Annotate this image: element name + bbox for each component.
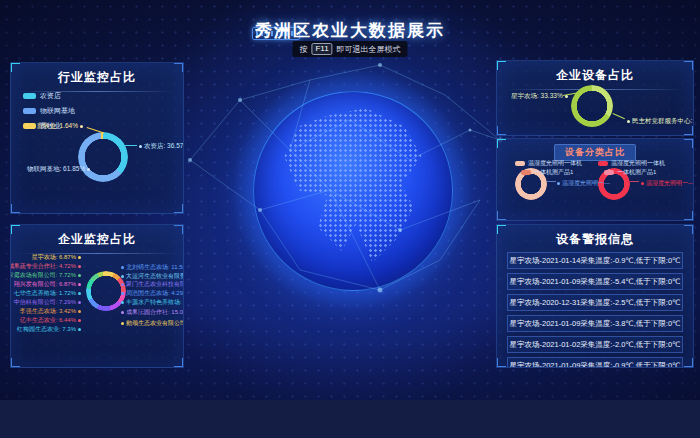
- panel-equipment-ratio: 企业设备占比 星宇农场: 33.33% 民主村党群服务中心:: [496, 60, 694, 136]
- panel-device-alarms: 设备警报信息 星宇农场-2021-01-14采集温度:-0.9℃,低于下限:0℃…: [496, 224, 694, 368]
- legend-swatch: [515, 161, 525, 166]
- chart-label: 李强生态农场: 3.42%: [20, 307, 83, 316]
- chart-label: 温湿度光照明一—: [639, 179, 694, 188]
- page-title: 秀洲区农业大数据展示: [0, 19, 700, 42]
- panel-title: 企业设备占比: [497, 61, 693, 84]
- legend-item[interactable]: 温湿度光照明一体机: [515, 159, 582, 168]
- globe-continents: [273, 103, 433, 271]
- panel-title: 企业监控占比: [11, 225, 183, 248]
- alarm-row: 星宇农场-2021-01-09采集温度:-0.9℃,低于下限:0℃: [507, 357, 683, 368]
- chart-label: 亿丰生态农业: 6.44%: [20, 316, 83, 325]
- chart-label: 星宇农场: 33.33%: [511, 92, 570, 101]
- legend-swatch: [521, 170, 531, 175]
- legend-swatch: [604, 170, 614, 175]
- alarm-row: 星宇农场-2021-01-02采集温度:-2.0℃,低于下限:0℃: [507, 336, 683, 353]
- legend-swatch: [23, 123, 36, 129]
- footer-strip: [0, 400, 700, 438]
- chart-label: 聚门生态农业科技有限公: [119, 280, 184, 289]
- legend-item[interactable]: 温湿度光照明一体机: [598, 159, 665, 168]
- fullscreen-tip: 按 F11 即可退出全屏模式: [292, 41, 407, 57]
- industry-donut-chart[interactable]: [78, 132, 128, 182]
- legend-item[interactable]: 一体机测产品1: [604, 168, 656, 177]
- globe-sphere: [253, 91, 453, 291]
- panel-device-classification: 设备分类占比 温湿度光照明一体机 一体机测产品1 温湿度光照明一— 温湿度光照明…: [496, 138, 694, 221]
- chart-label: 民主村党群服务中心:: [625, 117, 692, 126]
- fullscreen-tip-suffix: 即可退出全屏模式: [337, 44, 401, 55]
- f11-keycap: F11: [311, 43, 332, 55]
- network-lines-decoration: [180, 40, 520, 340]
- legend-swatch: [598, 161, 608, 166]
- chart-label: 家庭农场有限公司: 7.72%: [10, 271, 83, 280]
- panel-industry-monitor: 行业监控占比 农资店 物联网基地 畜牧业 畜牧业: 1.64% 农资店: 36.…: [10, 62, 184, 214]
- chart-label: 物联网基地: 61.85%: [27, 165, 92, 174]
- legend-swatch: [23, 108, 36, 114]
- chart-label: 么城果蔬专业合作社: 4.72%: [10, 262, 83, 271]
- equipment-donut-chart[interactable]: [571, 85, 613, 127]
- chart-label: 温湿度光照明一—: [555, 179, 610, 188]
- panel-enterprise-monitor: 企业监控占比 星宇农场: 6.87% 么城果蔬专业合作社: 4.72% 家庭农场…: [10, 224, 184, 368]
- legend-item[interactable]: 一体机测产品1: [521, 168, 573, 177]
- panel-title: 设备警报信息: [497, 225, 693, 248]
- alarm-row: 星宇农场-2021-01-14采集温度:-0.9℃,低于下限:0℃: [507, 252, 683, 269]
- chart-label: 畜牧业: 1.64%: [36, 122, 85, 131]
- chart-label: 周浩国生态农场: 4.29: [119, 289, 183, 298]
- chart-label: 鹅颂生态农业有限公司: 6.87: [119, 319, 184, 328]
- legend-swatch: [23, 93, 36, 99]
- alarm-row: 星宇农场-2020-12-31采集温度:-2.5℃,低于下限:0℃: [507, 294, 683, 311]
- chart-label: 中信科有限公司: 7.29%: [14, 298, 83, 307]
- legend-item[interactable]: 物联网基地: [23, 106, 75, 116]
- chart-label: 七华生态养殖场: 1.72%: [14, 289, 83, 298]
- panel-title: 行业监控占比: [11, 63, 183, 86]
- legend-item[interactable]: 农资店: [23, 91, 75, 101]
- alarm-row: 星宇农场-2021-01-09采集温度:-3.8℃,低于下限:0℃: [507, 315, 683, 332]
- chart-label: 北刘锦生态农场: 11.50%: [119, 263, 184, 272]
- chart-label: 农资店: 36.57%: [137, 142, 184, 151]
- alarm-row: 星宇农场-2021-01-09采集温度:-5.4℃,低于下限:0℃: [507, 273, 683, 290]
- chart-label: 星宇农场: 6.87%: [32, 253, 83, 262]
- fullscreen-tip-prefix: 按: [299, 44, 307, 55]
- chart-label: 红梅园生态农业: 7.3%: [17, 325, 83, 334]
- chart-label: 翔兴发有限公司: 6.87%: [14, 280, 83, 289]
- header: 秀洲区农业大数据展示 按 F11 即可退出全屏模式: [0, 0, 700, 58]
- chart-label: 丰源水产特色养殖场: 1.: [119, 298, 184, 307]
- globe-glow: [233, 71, 471, 309]
- chart-label: 成果沄园合作社: 15.02%: [119, 308, 184, 317]
